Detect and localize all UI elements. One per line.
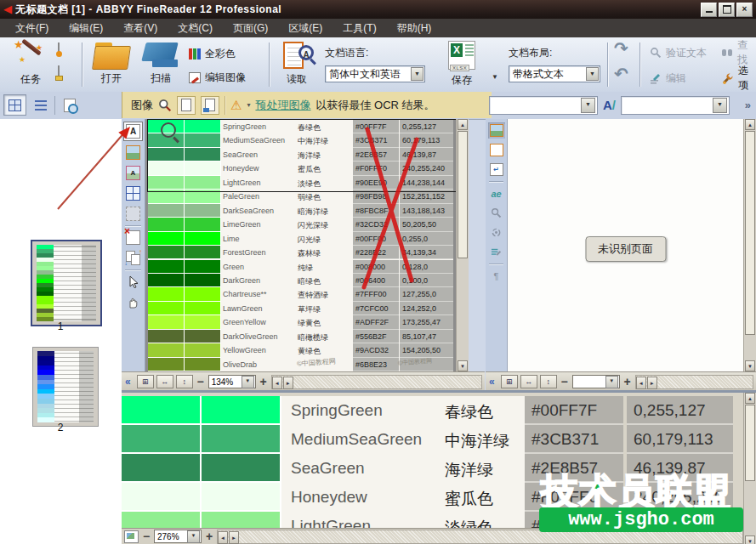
detail-view-button[interactable] — [29, 94, 52, 116]
edit-image-button[interactable]: 编辑图像 — [189, 68, 246, 87]
zoom-vertical-scrollbar[interactable]: ▲ ▼ — [743, 393, 756, 544]
open-page-button[interactable] — [58, 66, 75, 85]
menu-item[interactable]: 文件(F) — [5, 19, 59, 37]
text-zoom-combo[interactable]: ▼ — [572, 375, 620, 388]
next-error-button[interactable]: ↵ — [488, 162, 505, 178]
warning-dropdown-icon[interactable]: ▾ — [247, 101, 250, 109]
draw-recognition-area-tool[interactable] — [124, 205, 142, 223]
page-thumbnail-2[interactable] — [32, 347, 99, 427]
table-row: DarkOliveGreen暗橄榄绿#556B2F85,107,47 — [148, 330, 453, 343]
image-canvas[interactable]: SpringGreen春绿色#00FF7F0,255,127MediumSeaG… — [145, 119, 456, 371]
show-frame-button[interactable] — [488, 142, 505, 158]
edit-button[interactable]: 编辑 — [650, 70, 686, 87]
next-page-button[interactable] — [201, 96, 219, 115]
menu-item[interactable]: 编辑(E) — [59, 19, 113, 37]
dropdown-icon[interactable]: ▼ — [411, 67, 423, 81]
prev-page-button[interactable] — [177, 96, 196, 115]
draw-background-picture-area-tool[interactable]: A — [124, 164, 142, 182]
dropdown-icon[interactable]: ▼ — [586, 67, 599, 81]
save-dropdown-icon[interactable]: ▼ — [492, 73, 498, 81]
task-button[interactable]: ★★★ 任务 — [9, 42, 53, 87]
menu-item[interactable]: 帮助(H) — [387, 19, 442, 37]
zoom-tool-icon[interactable] — [158, 99, 172, 112]
open-button[interactable]: 打开 — [88, 42, 134, 86]
read-button[interactable]: A 读取 — [276, 42, 318, 87]
show-image-button[interactable] — [488, 122, 505, 139]
new-page-button[interactable] — [58, 43, 75, 62]
font-size-combo[interactable]: ▼ — [621, 96, 730, 115]
preprocess-image-link[interactable]: 预处理图像 — [255, 98, 310, 113]
find-button[interactable]: 查找 — [721, 44, 756, 61]
close-button[interactable]: × — [736, 3, 753, 17]
folder-icon — [94, 42, 129, 70]
draw-text-area-tool[interactable]: A — [123, 122, 143, 141]
maximize-button[interactable] — [719, 3, 735, 17]
formatting-marks-button[interactable]: ¶ — [488, 268, 505, 284]
xlsx-save-icon: X XLSX — [445, 41, 479, 71]
text-canvas[interactable]: 未识别页面 — [508, 119, 743, 371]
zoom-in-button[interactable]: + — [622, 375, 633, 388]
font-combo[interactable]: ▼ — [489, 96, 598, 115]
delete-area-tool[interactable] — [124, 229, 142, 246]
fit-page-button[interactable]: ⊞ — [137, 375, 154, 388]
thumbnail-view-button[interactable] — [3, 94, 26, 116]
zoom-source-icon[interactable] — [124, 530, 139, 543]
redo-button[interactable]: ↷ — [614, 39, 628, 58]
fit-height-button[interactable]: ↕ — [176, 375, 193, 388]
edit-properties-button[interactable] — [488, 244, 505, 260]
overflow-chevron-icon[interactable]: » — [745, 99, 751, 111]
image-zoom-combo[interactable]: 134% ▼ — [208, 375, 256, 388]
text-pane-bottom-bar: « ⊞ ↔ ↕ − ▼ + ◄► — [486, 371, 756, 391]
find-icon — [721, 47, 733, 59]
save-button[interactable]: X XLSX 保存 — [437, 41, 486, 88]
page-properties-button[interactable] — [58, 94, 81, 116]
image-horizontal-scrollbar[interactable]: ◄► — [271, 375, 482, 389]
verify-zoom-button[interactable] — [488, 205, 505, 221]
text-horizontal-scrollbar[interactable]: ◄► — [635, 375, 753, 389]
zoom-out-button[interactable]: − — [141, 530, 151, 543]
doc-layout-combo[interactable]: 带格式文本 ▼ — [509, 65, 600, 82]
zoom-out-button[interactable]: − — [196, 375, 206, 388]
scan-button[interactable]: 扫描 — [138, 42, 184, 86]
reorder-areas-tool[interactable]: ↑↓ — [124, 249, 142, 267]
select-tool[interactable] — [124, 273, 142, 291]
zoom-pane-zoom-combo[interactable]: 276% ▼ — [154, 530, 202, 543]
fit-page-button[interactable]: ⊞ — [501, 375, 518, 388]
collapse-pane-icon[interactable]: « — [489, 376, 495, 388]
fit-height-button[interactable]: ↕ — [540, 375, 557, 388]
text-format-bar: ▼ A/ ▼ » — [482, 92, 756, 118]
draw-image-area-tool[interactable] — [124, 144, 142, 162]
thumb2-swatches — [37, 351, 54, 422]
zoom-in-button[interactable]: + — [259, 375, 269, 388]
menu-item[interactable]: 查看(V) — [113, 19, 168, 37]
page-thumbnail-1[interactable] — [31, 240, 102, 326]
scanner-icon — [142, 42, 179, 70]
menu-item[interactable]: 页面(G) — [223, 19, 278, 37]
text-vertical-scrollbar[interactable]: ▲ ▼ — [743, 119, 756, 371]
find-replace-button[interactable] — [488, 224, 505, 241]
options-button[interactable]: 选项 — [721, 70, 756, 87]
image-vertical-scrollbar[interactable]: ▲ ▼ — [456, 119, 469, 371]
fit-width-button[interactable]: ↔ — [520, 375, 537, 388]
spellcheck-button[interactable]: ae — [488, 185, 505, 201]
case-icon[interactable]: A/ — [603, 98, 616, 112]
fit-width-button[interactable]: ↔ — [156, 375, 173, 388]
menu-item[interactable]: 文档(C) — [168, 19, 223, 37]
table-row: Lime闪光绿#00FF000,255,0 — [148, 232, 453, 246]
menu-bar: 文件(F)编辑(E)查看(V)文档(C)页面(G)区域(E)工具(T)帮助(H) — [0, 19, 756, 37]
zoom-out-button[interactable]: − — [560, 375, 570, 388]
doc-language-combo[interactable]: 简体中文和英语 ▼ — [325, 65, 425, 82]
menu-item[interactable]: 区域(E) — [278, 19, 333, 37]
draw-table-area-tool[interactable] — [124, 184, 142, 202]
menu-item[interactable]: 工具(T) — [333, 19, 386, 37]
verify-text-button[interactable]: 验证文本 — [650, 44, 707, 61]
full-color-button[interactable]: 全彩色 — [189, 44, 236, 63]
collapse-pane-icon[interactable]: « — [125, 376, 131, 388]
pages-pane: 1 2 — [0, 119, 122, 544]
ocr-area-rectangle[interactable] — [147, 119, 456, 192]
zoom-in-button[interactable]: + — [204, 530, 214, 543]
minimize-button[interactable] — [701, 3, 717, 17]
doc-language-label: 文档语言: — [325, 46, 368, 60]
pan-tool[interactable] — [124, 293, 142, 311]
undo-button[interactable]: ↶ — [614, 65, 628, 83]
